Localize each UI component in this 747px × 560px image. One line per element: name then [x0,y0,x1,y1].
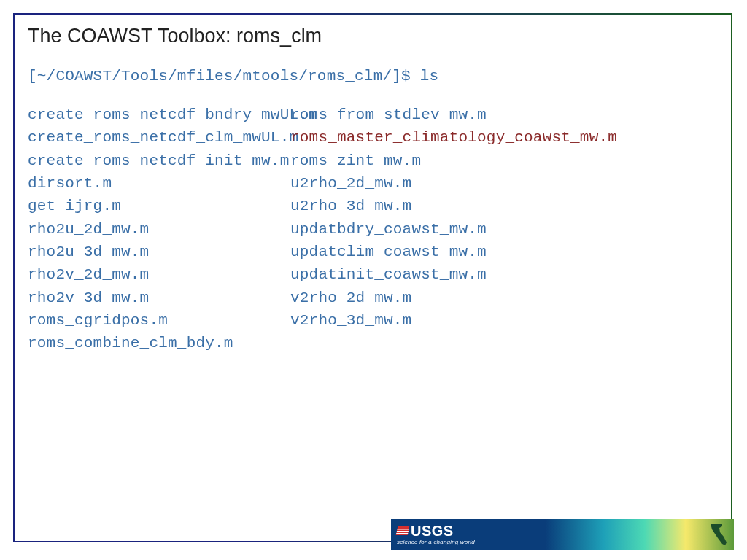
footer-gradient: USGS science for a changing world [391,519,734,550]
file-entry: create_roms_netcdf_init_mw.m [28,151,290,171]
usgs-wordmark: USGS [397,524,475,538]
file-entry [290,333,718,354]
file-entry: roms_zint_mw.m [290,151,718,171]
file-entry: u2rho_2d_mw.m [290,174,718,194]
file-entry: rho2v_2d_mw.m [28,265,290,285]
file-entry: roms_master_climatology_coawst_mw.m [290,128,718,148]
file-entry: rho2v_3d_mw.m [28,288,290,308]
file-entry: updatbdry_coawst_mw.m [290,219,718,240]
file-entry: roms_from_stdlev_mw.m [290,105,718,125]
file-entry: updatinit_coawst_mw.m [290,265,718,285]
usgs-text: USGS [411,524,454,538]
footer-bar: USGS science for a changing world [391,519,734,550]
slide-title: The COAWST Toolbox: roms_clm [28,25,718,47]
file-listing: create_roms_netcdf_bndry_mwUL.mroms_from… [28,105,718,354]
usgs-logo: USGS science for a changing world [397,524,475,545]
shell-prompt: [~/COAWST/Tools/mfiles/mtools/roms_clm/]… [28,68,718,85]
file-entry: dirsort.m [28,174,290,194]
file-entry: roms_combine_clm_bdy.m [28,333,290,354]
file-entry: updatclim_coawst_mw.m [290,242,718,262]
file-entry: v2rho_3d_mw.m [290,311,718,331]
file-entry: u2rho_3d_mw.m [290,196,718,217]
file-entry: create_roms_netcdf_bndry_mwUL.m [28,105,290,125]
file-entry: rho2u_2d_mw.m [28,219,290,240]
slide-frame: The COAWST Toolbox: roms_clm [~/COAWST/T… [13,13,732,542]
usgs-tagline: science for a changing world [397,540,475,545]
file-entry: create_roms_netcdf_clm_mwUL.m [28,128,290,148]
file-entry: v2rho_2d_mw.m [290,288,718,308]
file-entry: rho2u_3d_mw.m [28,242,290,262]
florida-icon [709,522,731,547]
file-entry: get_ijrg.m [28,196,290,217]
wave-icon [396,526,410,535]
file-entry: roms_cgridpos.m [28,311,290,331]
